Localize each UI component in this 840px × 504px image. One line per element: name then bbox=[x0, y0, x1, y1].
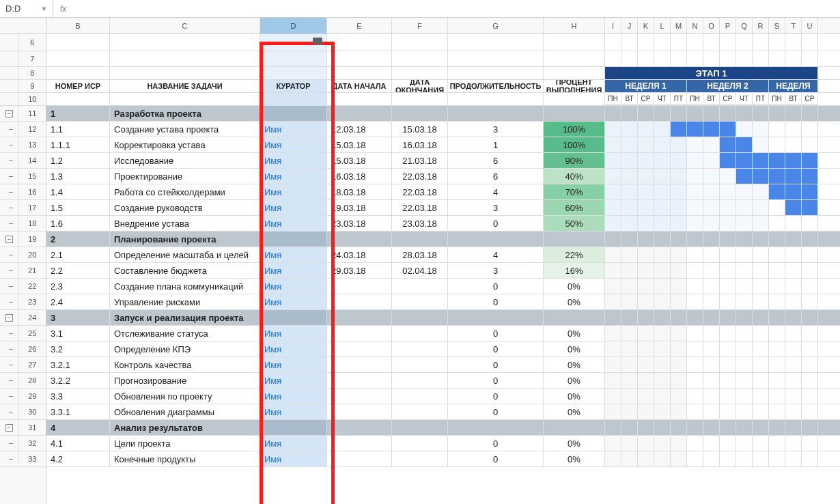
gantt-cell[interactable] bbox=[802, 389, 818, 404]
gantt-cell[interactable] bbox=[785, 341, 802, 356]
gantt-cell[interactable] bbox=[671, 216, 687, 231]
wbs-cell[interactable]: 3.1 bbox=[46, 326, 110, 341]
gantt-cell[interactable] bbox=[753, 153, 769, 168]
gantt-cell[interactable] bbox=[638, 404, 654, 419]
row-header[interactable]: 29 bbox=[19, 389, 46, 404]
gantt-cell[interactable] bbox=[605, 200, 621, 215]
gantt-cell[interactable] bbox=[605, 326, 621, 341]
gantt-cell[interactable] bbox=[720, 404, 736, 419]
hdr-F[interactable] bbox=[392, 67, 448, 79]
cell[interactable] bbox=[544, 34, 605, 51]
curator-cell[interactable]: Имя bbox=[260, 153, 327, 168]
wbs-cell[interactable]: 2.1 bbox=[46, 247, 110, 262]
gantt-cell[interactable] bbox=[736, 169, 753, 184]
duration-cell[interactable]: 0 bbox=[448, 341, 544, 356]
gantt-cell[interactable] bbox=[769, 389, 785, 404]
end-date-cell[interactable] bbox=[392, 341, 448, 356]
gantt-cell[interactable] bbox=[802, 122, 818, 137]
cell[interactable] bbox=[621, 51, 638, 66]
g[interactable] bbox=[687, 106, 703, 121]
gantt-cell[interactable] bbox=[687, 122, 703, 137]
cell[interactable] bbox=[687, 34, 703, 51]
hdr-dur[interactable]: ПРОДОЛЖИТЕЛЬНОСТЬ bbox=[448, 80, 544, 92]
end-date-cell[interactable] bbox=[392, 451, 448, 466]
start-date-cell[interactable] bbox=[327, 389, 392, 404]
col-header-S[interactable]: S bbox=[769, 18, 785, 33]
gantt-cell[interactable] bbox=[720, 279, 736, 294]
name-box[interactable]: D:D ▼ bbox=[0, 0, 53, 18]
start-date-cell[interactable] bbox=[327, 341, 392, 356]
cell[interactable] bbox=[544, 51, 605, 66]
gantt-cell[interactable] bbox=[785, 200, 802, 215]
gantt-cell[interactable] bbox=[703, 436, 720, 451]
end-date-cell[interactable] bbox=[392, 357, 448, 372]
cell[interactable] bbox=[802, 34, 818, 51]
gantt-cell[interactable] bbox=[654, 451, 671, 466]
gantt-cell[interactable] bbox=[802, 216, 818, 231]
percent-cell[interactable]: 0% bbox=[544, 294, 605, 309]
gantt-cell[interactable] bbox=[671, 122, 687, 137]
day-header[interactable]: ЧТ bbox=[736, 93, 753, 105]
hdr-start[interactable]: ДАТА НАЧАЛА bbox=[327, 80, 392, 92]
row-header[interactable]: 24 bbox=[19, 310, 46, 325]
col-header-U[interactable]: U bbox=[802, 18, 818, 33]
gantt-cell[interactable] bbox=[753, 200, 769, 215]
cell[interactable] bbox=[687, 51, 703, 66]
gantt-cell[interactable] bbox=[621, 389, 638, 404]
gantt-cell[interactable] bbox=[621, 341, 638, 356]
c[interactable] bbox=[327, 106, 392, 121]
gantt-cell[interactable] bbox=[720, 326, 736, 341]
gantt-cell[interactable] bbox=[753, 216, 769, 231]
formula-input-wrap[interactable]: fx bbox=[53, 4, 79, 14]
gantt-cell[interactable] bbox=[638, 184, 654, 199]
g[interactable] bbox=[671, 420, 687, 435]
gantt-cell[interactable] bbox=[753, 404, 769, 419]
gantt-cell[interactable] bbox=[720, 263, 736, 278]
phase-num[interactable]: 1 bbox=[46, 106, 110, 121]
gantt-cell[interactable] bbox=[769, 404, 785, 419]
col-header-D[interactable]: D bbox=[260, 18, 327, 33]
cell[interactable] bbox=[638, 51, 654, 66]
c[interactable] bbox=[544, 420, 605, 435]
gantt-cell[interactable] bbox=[687, 326, 703, 341]
gantt-cell[interactable] bbox=[621, 184, 638, 199]
gantt-cell[interactable] bbox=[605, 373, 621, 388]
gantt-cell[interactable] bbox=[671, 436, 687, 451]
end-date-cell[interactable] bbox=[392, 326, 448, 341]
start-date-cell[interactable]: 16.03.18 bbox=[327, 169, 392, 184]
g[interactable] bbox=[687, 232, 703, 247]
wbs-cell[interactable]: 3.3.1 bbox=[46, 404, 110, 419]
wbs-cell[interactable]: 2.4 bbox=[46, 294, 110, 309]
gantt-cell[interactable] bbox=[638, 137, 654, 152]
col-header-K[interactable]: K bbox=[638, 18, 654, 33]
cell[interactable] bbox=[654, 34, 671, 51]
start-date-cell[interactable] bbox=[327, 357, 392, 372]
gantt-cell[interactable] bbox=[703, 404, 720, 419]
cell[interactable] bbox=[621, 34, 638, 51]
g[interactable] bbox=[671, 232, 687, 247]
gantt-cell[interactable] bbox=[703, 200, 720, 215]
curator-cell[interactable]: Имя bbox=[260, 436, 327, 451]
row-header[interactable]: 33 bbox=[19, 451, 46, 466]
gantt-cell[interactable] bbox=[802, 373, 818, 388]
duration-cell[interactable]: 0 bbox=[448, 216, 544, 231]
percent-cell[interactable]: 100% bbox=[544, 122, 605, 137]
gantt-cell[interactable] bbox=[720, 357, 736, 372]
day-header[interactable]: ПТ bbox=[753, 93, 769, 105]
week2-header[interactable]: НЕДЕЛЯ 2 bbox=[687, 80, 769, 92]
percent-cell[interactable]: 100% bbox=[544, 137, 605, 152]
gantt-cell[interactable] bbox=[671, 153, 687, 168]
wbs-cell[interactable]: 2.3 bbox=[46, 279, 110, 294]
gantt-cell[interactable] bbox=[802, 153, 818, 168]
wbs-cell[interactable]: 4.2 bbox=[46, 451, 110, 466]
c[interactable] bbox=[327, 310, 392, 325]
gantt-cell[interactable] bbox=[769, 341, 785, 356]
gantt-cell[interactable] bbox=[621, 169, 638, 184]
chevron-down-icon[interactable]: ▼ bbox=[41, 5, 47, 12]
duration-cell[interactable]: 0 bbox=[448, 436, 544, 451]
gantt-cell[interactable] bbox=[720, 200, 736, 215]
cell[interactable] bbox=[392, 34, 448, 51]
gantt-cell[interactable] bbox=[736, 389, 753, 404]
curator-cell[interactable]: Имя bbox=[260, 404, 327, 419]
duration-cell[interactable]: 0 bbox=[448, 279, 544, 294]
